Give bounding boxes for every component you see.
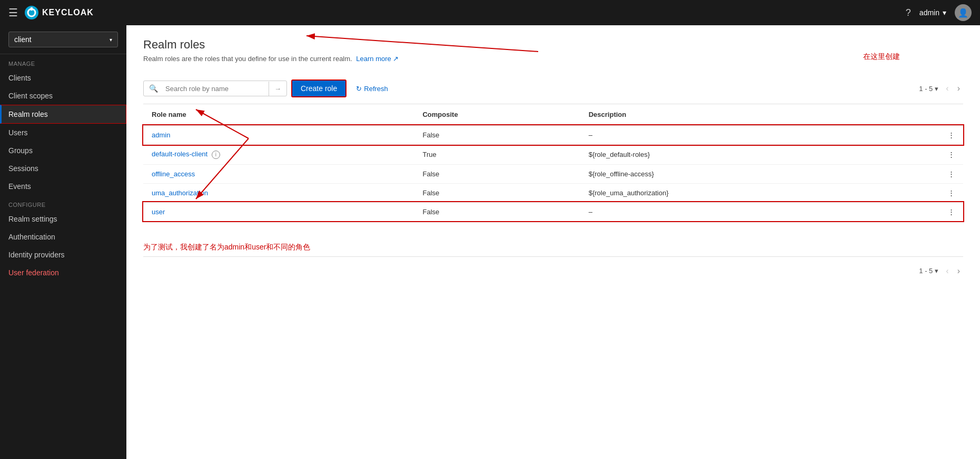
search-arrow-icon[interactable]: →	[269, 82, 286, 96]
sidebar-item-client-scopes[interactable]: Client scopes	[0, 87, 126, 105]
page-title: Realm roles	[143, 38, 963, 52]
bottom-pagination-label: 1 - 5 ▾	[919, 267, 938, 275]
pagination-prev-button[interactable]: ‹	[943, 83, 952, 94]
sidebar-item-events[interactable]: Events	[0, 177, 126, 195]
annotation-test-note: 为了测试，我创建了名为admin和user和不同的角色	[143, 243, 963, 252]
admin-menu[interactable]: admin ▾	[919, 8, 946, 17]
roles-table: Role name Composite Description admin Fa…	[143, 104, 963, 222]
realm-label: client	[14, 35, 32, 44]
sidebar-item-users[interactable]: Users	[0, 124, 126, 142]
role-offline-access-link[interactable]: offline_access	[152, 170, 195, 178]
sidebar-item-users-label: Users	[8, 128, 28, 137]
realm-chevron-icon: ▾	[110, 37, 112, 43]
create-role-button[interactable]: Create role	[291, 79, 347, 97]
composite-cell: False	[414, 183, 580, 202]
row-actions-menu[interactable]: ⋮	[888, 183, 963, 202]
sidebar-section-manage: Manage Clients Client scopes Realm roles…	[0, 54, 126, 195]
avatar[interactable]: 👤	[955, 4, 972, 21]
search-input[interactable]	[163, 82, 269, 96]
bottom-pagination-chevron-icon[interactable]: ▾	[935, 267, 938, 275]
top-pagination-label: 1 - 5 ▾	[919, 85, 938, 93]
toolbar-area: 在这里创建 🔍 → Create role ↻ Refresh 1	[143, 73, 963, 104]
sidebar-item-identity-providers[interactable]: Identity providers	[0, 246, 126, 264]
nav-actions: ? admin ▾ 👤	[906, 4, 972, 21]
sidebar-item-clients[interactable]: Clients	[0, 69, 126, 87]
learn-more-link[interactable]: Learn more ↗	[356, 55, 399, 63]
realm-dropdown[interactable]: client ▾	[8, 32, 118, 47]
role-user-link[interactable]: user	[152, 208, 165, 216]
help-icon[interactable]: ?	[906, 7, 911, 18]
role-name-cell: admin	[143, 125, 414, 145]
learn-more-label: Learn more	[356, 55, 391, 63]
row-actions-menu[interactable]: ⋮	[888, 145, 963, 165]
pagination-next-button[interactable]: ›	[954, 83, 963, 94]
sidebar: client ▾ Manage Clients Client scopes Re…	[0, 25, 126, 459]
role-name-cell: user	[143, 202, 414, 221]
sidebar-item-sessions[interactable]: Sessions	[0, 159, 126, 177]
sidebar-item-realm-settings[interactable]: Realm settings	[0, 210, 126, 228]
role-name-cell: uma_authorization	[143, 183, 414, 202]
sidebar-item-realm-roles-label: Realm roles	[8, 110, 48, 118]
main-content: Realm roles Realm roles are the roles th…	[126, 25, 980, 459]
admin-label: admin	[919, 8, 939, 17]
realm-selector[interactable]: client ▾	[0, 25, 126, 54]
sidebar-item-authentication[interactable]: Authentication	[0, 228, 126, 246]
sidebar-item-events-label: Events	[8, 182, 31, 191]
table-row: default-roles-client i True ${role_defau…	[143, 145, 963, 165]
bottom-pagination: 1 - 5 ▾ ‹ ›	[143, 256, 963, 285]
keycloak-logo-icon	[24, 5, 39, 20]
sidebar-item-user-federation[interactable]: User federation	[0, 264, 126, 282]
sidebar-item-client-scopes-label: Client scopes	[8, 92, 53, 100]
description-cell: –	[580, 202, 888, 221]
sidebar-item-user-federation-label: User federation	[8, 268, 59, 277]
admin-chevron-icon: ▾	[943, 8, 946, 17]
toolbar: 🔍 → Create role ↻ Refresh 1 - 5 ▾	[143, 73, 963, 104]
sidebar-item-clients-label: Clients	[8, 74, 31, 82]
bottom-pagination-nav: ‹ ›	[943, 265, 963, 277]
bottom-pagination-prev-button[interactable]: ‹	[943, 265, 952, 277]
role-admin-link[interactable]: admin	[152, 131, 170, 139]
sidebar-item-realm-settings-label: Realm settings	[8, 215, 57, 223]
role-default-roles-client-link[interactable]: default-roles-client	[152, 150, 207, 158]
refresh-icon: ↻	[356, 85, 362, 93]
role-name-cell: offline_access	[143, 164, 414, 183]
configure-section-label: Configure	[0, 195, 126, 210]
table-header-row: Role name Composite Description	[143, 104, 963, 125]
sidebar-item-groups-label: Groups	[8, 146, 33, 155]
role-uma-authorization-link[interactable]: uma_authorization	[152, 189, 208, 197]
description-cell: ${role_offline-access}	[580, 164, 888, 183]
sidebar-item-groups[interactable]: Groups	[0, 142, 126, 159]
bottom-pagination-next-button[interactable]: ›	[954, 265, 963, 277]
svg-rect-2	[31, 7, 33, 11]
pagination-chevron-icon[interactable]: ▾	[935, 85, 938, 93]
learn-more-external-icon: ↗	[393, 55, 399, 63]
main-layout: client ▾ Manage Clients Client scopes Re…	[0, 25, 980, 459]
sidebar-item-sessions-label: Sessions	[8, 164, 38, 173]
refresh-button[interactable]: ↻ Refresh	[351, 82, 393, 96]
logo-text: KEYCLOAK	[42, 8, 94, 17]
avatar-icon: 👤	[958, 8, 968, 18]
row-actions-menu[interactable]: ⋮	[888, 202, 963, 221]
row-actions-menu[interactable]: ⋮	[888, 164, 963, 183]
composite-cell: False	[414, 125, 580, 145]
sidebar-item-realm-roles[interactable]: Realm roles	[0, 105, 126, 124]
description-cell: ${role_uma_authorization}	[580, 183, 888, 202]
col-actions	[888, 104, 963, 125]
table-row: offline_access False ${role_offline-acce…	[143, 164, 963, 183]
sidebar-item-identity-providers-label: Identity providers	[8, 251, 65, 259]
table-header: Role name Composite Description	[143, 104, 963, 125]
col-composite: Composite	[414, 104, 580, 125]
search-icon: 🔍	[144, 81, 163, 96]
row-actions-menu[interactable]: ⋮	[888, 125, 963, 145]
description-cell: ${role_default-roles}	[580, 145, 888, 165]
description-cell: –	[580, 125, 888, 145]
search-box: 🔍 →	[143, 81, 287, 96]
top-pagination-nav: ‹ ›	[943, 83, 963, 94]
logo: KEYCLOAK	[24, 5, 94, 20]
sidebar-item-authentication-label: Authentication	[8, 233, 55, 241]
table-row: uma_authorization False ${role_uma_autho…	[143, 183, 963, 202]
table-row: admin False – ⋮	[143, 125, 963, 145]
hamburger-menu-icon[interactable]: ☰	[8, 6, 18, 19]
info-icon: i	[212, 151, 220, 159]
top-navbar: ☰ KEYCLOAK ? admin ▾ 👤	[0, 0, 980, 25]
